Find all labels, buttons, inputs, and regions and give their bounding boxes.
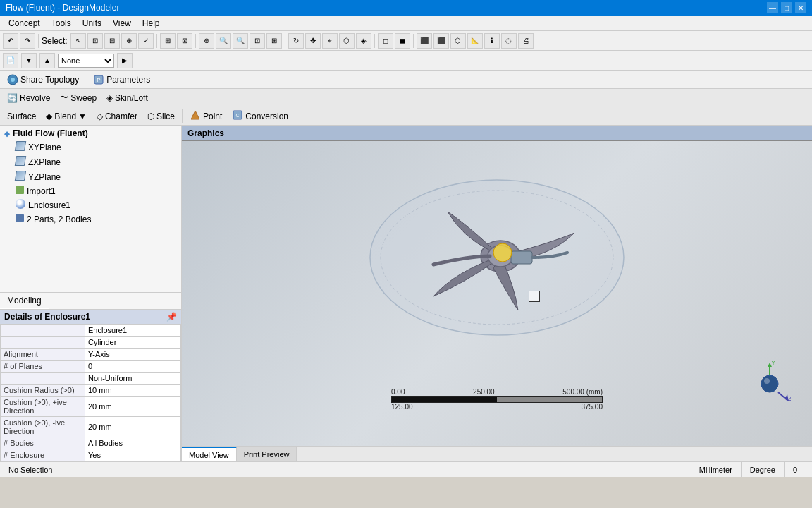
menu-concept[interactable]: Concept: [3, 17, 46, 30]
tree-root[interactable]: ◆ Fluid Flow (Fluent): [1, 127, 180, 140]
share-topology-button[interactable]: Share Topology: [3, 73, 83, 87]
chamfer-icon: ◇: [97, 111, 103, 121]
view3d-button[interactable]: ◈: [356, 33, 371, 49]
tree-2parts[interactable]: 2 Parts, 2 Bodies: [1, 212, 180, 226]
apply-btn[interactable]: ▶: [117, 53, 133, 68]
import1-icon: [16, 186, 24, 196]
redo-button[interactable]: ↷: [20, 33, 35, 49]
menu-tools[interactable]: Tools: [46, 17, 77, 30]
surface-button[interactable]: Surface: [3, 110, 40, 123]
import1-label: Import1: [27, 186, 56, 196]
selection-label: No Selection: [8, 466, 52, 474]
scale-125: 125.00: [391, 403, 413, 411]
nav-up[interactable]: ▲: [39, 53, 55, 68]
parts-icon: [16, 214, 24, 224]
face-color[interactable]: ⬛: [433, 33, 449, 49]
vertex-snap[interactable]: ⬡: [450, 33, 466, 49]
model-view-tab[interactable]: Model View: [182, 447, 237, 461]
menu-help[interactable]: Help: [137, 17, 166, 30]
modeling-tab[interactable]: Modeling: [0, 293, 49, 309]
zoom-in[interactable]: 🔍: [216, 33, 231, 49]
blend-button[interactable]: ◆ Blend ▼: [42, 110, 91, 123]
prop-row-cushion-pos: Cushion (>0), +ive Direction 20 mm: [1, 397, 181, 417]
select-toggle[interactable]: ⊕: [121, 33, 137, 49]
prop-key-planes: # of Planes: [1, 361, 85, 373]
axes-indicator: Y Z: [749, 361, 791, 404]
chamfer-button[interactable]: ◇ Chamfer: [92, 110, 142, 123]
measure-button[interactable]: 📐: [467, 33, 483, 49]
scale-500: 500.00 (mm): [562, 388, 603, 396]
print-button[interactable]: 🖨: [518, 33, 534, 49]
close-button[interactable]: ✕: [795, 2, 806, 13]
svg-text:Z: Z: [788, 395, 791, 402]
slice-button[interactable]: ⬡ Slice: [143, 110, 179, 123]
prop-row-alignment: Alignment Y-Axis: [1, 349, 181, 361]
shade-button[interactable]: ◼: [395, 33, 410, 49]
prop-row-cushion-radius: Cushion Radius (>0) 10 mm: [1, 385, 181, 397]
separator: [285, 34, 285, 48]
prop-val-uniform: Non-Uniform: [85, 373, 181, 385]
properties-panel: Details of Enclosure1 📌 Enclosure1 Cylin…: [0, 309, 181, 461]
tree-tab-bar: Modeling: [0, 292, 181, 309]
prop-row-bodies: # Bodies All Bodies: [1, 437, 181, 449]
select-check[interactable]: ✓: [138, 33, 154, 49]
tree-root-label: Fluid Flow (Fluent): [13, 128, 88, 138]
new-button[interactable]: 📄: [3, 53, 18, 68]
yzplane-label: YZPlane: [28, 172, 61, 182]
minimize-button[interactable]: —: [767, 2, 778, 13]
zoom-box[interactable]: ⊡: [250, 33, 265, 49]
select-box[interactable]: ⊡: [87, 33, 103, 49]
rotate-button[interactable]: ↻: [288, 33, 304, 49]
selection-info[interactable]: ℹ: [484, 33, 500, 49]
title-bar-controls: — □ ✕: [767, 2, 806, 13]
sweep-button[interactable]: 〜 Sweep: [56, 90, 101, 105]
none-dropdown[interactable]: None: [58, 54, 114, 68]
prop-val-cushion-pos: 20 mm: [85, 397, 181, 417]
prop-key-type: [1, 337, 85, 349]
conversion-button[interactable]: C Conversion: [228, 108, 293, 124]
status-value: 0: [785, 462, 806, 477]
zoom-all[interactable]: ⊕: [199, 33, 214, 49]
edge-button[interactable]: ⊠: [177, 33, 192, 49]
3d-model-svg: [349, 162, 645, 353]
tree-yzplane[interactable]: YZPlane: [1, 169, 180, 184]
graphics-area[interactable]: 0.00 250.00 500.00 (mm) 125.00 375.00: [182, 141, 812, 446]
dropdown-btn[interactable]: ▼: [21, 53, 37, 68]
undo-button[interactable]: ↶: [3, 33, 18, 49]
xyplane-label: XYPlane: [28, 143, 61, 152]
svg-text:C: C: [236, 113, 240, 118]
hide-button[interactable]: ◌: [501, 33, 517, 49]
menu-units[interactable]: Units: [77, 17, 107, 30]
pan-button[interactable]: ✥: [305, 33, 321, 49]
parameters-button[interactable]: P Parameters: [89, 73, 154, 87]
skin-loft-button[interactable]: ◈ Skin/Loft: [102, 92, 152, 104]
parts-label: 2 Parts, 2 Bodies: [27, 214, 91, 224]
zoom-fit[interactable]: ⊞: [266, 33, 282, 49]
tree-zxplane[interactable]: ZXPlane: [1, 155, 180, 169]
triad-button[interactable]: ⌖: [322, 33, 338, 49]
print-preview-label: Print Preview: [244, 450, 290, 459]
select-lasso[interactable]: ⊟: [104, 33, 120, 49]
select-pointer[interactable]: ↖: [70, 33, 86, 49]
iso-button[interactable]: ⬡: [339, 33, 355, 49]
prop-row-enclosure: # Enclosure Yes: [1, 449, 181, 461]
tree-enclosure1[interactable]: Enclosure1: [1, 198, 180, 212]
print-preview-tab[interactable]: Print Preview: [237, 447, 297, 461]
extend-button[interactable]: ⊞: [160, 33, 176, 49]
svg-marker-4: [191, 111, 199, 119]
tree-import1[interactable]: Import1: [1, 184, 180, 198]
menu-view[interactable]: View: [107, 17, 137, 30]
svg-text:P: P: [97, 77, 101, 83]
edge-color[interactable]: ⬛: [417, 33, 432, 49]
status-number: 0: [793, 466, 797, 474]
wire-button[interactable]: ◻: [378, 33, 393, 49]
revolve-button[interactable]: 🔄 Revolve: [3, 92, 54, 104]
tree-xyplane[interactable]: XYPlane: [1, 140, 180, 155]
point-button[interactable]: Point: [185, 108, 226, 124]
zoom-out[interactable]: 🔍: [233, 33, 248, 49]
prop-row-cushion-neg: Cushion (>0), -ive Direction 20 mm: [1, 417, 181, 437]
maximize-button[interactable]: □: [781, 2, 792, 13]
zxplane-icon: [16, 156, 25, 168]
status-unit-angle: Degree: [742, 462, 785, 477]
slice-icon: ⬡: [147, 111, 154, 121]
